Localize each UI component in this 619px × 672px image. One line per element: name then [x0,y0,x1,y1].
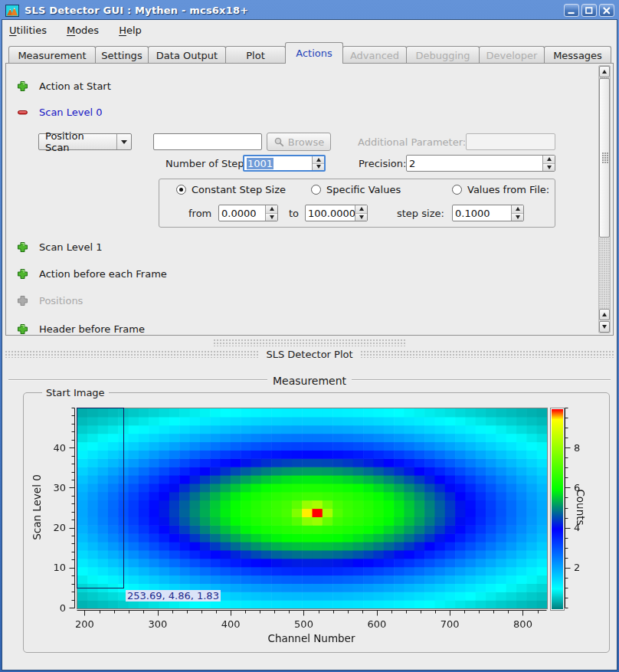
tab-data-output[interactable]: Data Output [148,46,226,64]
positions-label: Positions [39,295,83,306]
x-axis-title: Channel Number [77,632,546,644]
plot-dock-header: SLS Detector Plot [5,348,614,360]
step-size-value[interactable]: 0.1000 [453,205,511,221]
step-size-spinbox[interactable]: 0.1000 [452,205,524,221]
radio-constant-step-size[interactable]: Constant Step Size [176,184,286,195]
actions-pane: Action at Start Scan Level 0 Position Sc… [5,63,614,336]
menu-bar: Utilities Modes Help [2,20,617,40]
tab-messages[interactable]: Messages [544,46,611,64]
scan-level-0-label: Scan Level 0 [39,107,102,118]
magnifier-icon [273,136,284,147]
header-before-frame-label: Header before Frame [39,323,145,335]
from-label: from [188,208,211,219]
tab-measurement[interactable]: Measurement [8,46,96,64]
plot-figure: 253.69, 4.86, 1.83 Channel Number Scan L… [2,380,617,667]
action-at-start-label: Action at Start [39,80,111,92]
colorbar-canvas [550,408,565,611]
tab-actions[interactable]: Actions [285,42,343,64]
menu-utilities[interactable]: Utilities [9,25,47,36]
dock-texture-right [361,351,614,358]
radio-dot [452,185,462,195]
spin-buttons[interactable] [511,205,523,221]
splitter-handle[interactable] [214,339,405,346]
scan-level-1-label: Scan Level 1 [39,241,102,253]
spin-buttons[interactable] [355,205,367,221]
dock-texture-left [5,351,258,358]
radio-dot [176,185,186,195]
tab-debugging[interactable]: Debugging [406,46,480,64]
plus-icon[interactable] [17,80,28,92]
scroll-up-button-2[interactable] [599,309,610,320]
scan-level-1-item[interactable]: Scan Level 1 [17,241,102,253]
tab-plot[interactable]: Plot [225,46,286,64]
from-spinbox[interactable]: 0.0000 [218,205,278,221]
spin-buttons[interactable] [265,205,277,221]
positions-item[interactable]: Positions [17,295,83,306]
plus-icon[interactable] [17,241,28,253]
menu-modes[interactable]: Modes [67,25,99,36]
scan-level-0-item[interactable]: Scan Level 0 [17,107,102,118]
tab-developer[interactable]: Developer [479,46,545,64]
minimize-button[interactable] [564,4,579,17]
cursor-readout: 253.69, 4.86, 1.83 [126,590,221,602]
app-window: SLS Detector GUI : Mythen - mcs6x18+ Uti… [0,0,619,672]
scrollbar-thumb[interactable] [599,78,610,238]
step-size-label: step size: [397,208,444,219]
spin-buttons[interactable] [312,156,324,170]
radio-values-from-file[interactable]: Values from File: [452,184,549,195]
window-title: SLS Detector GUI : Mythen - mcs6x18+ [25,5,248,16]
number-of-steps-label: Number of Steps: [165,158,253,169]
y-axis-title: Scan Level 0 [31,461,43,553]
precision-label: Precision: [359,158,406,169]
scan-mode-select[interactable]: Position Scan [38,133,132,150]
radio-dot [311,185,321,195]
tab-advanced[interactable]: Advanced [342,46,407,64]
scroll-down-button[interactable] [599,321,610,333]
colorbar-title: Counts [575,461,587,553]
precision-value[interactable]: 2 [407,156,542,171]
action-before-frame-item[interactable]: Action before each Frame [17,268,167,280]
zoom-selection-rect[interactable] [77,408,124,588]
scan-script-input[interactable] [153,133,262,150]
precision-spinbox[interactable]: 2 [406,155,555,172]
browse-label: Browse [288,136,324,148]
chevron-down-icon[interactable] [116,134,131,149]
header-before-frame-item[interactable]: Header before Frame [17,323,145,335]
close-button[interactable] [599,4,614,17]
number-of-steps-value[interactable]: 1001 [247,158,273,169]
plus-icon[interactable] [17,323,28,335]
scan-mode-value: Position Scan [39,130,116,153]
tab-settings[interactable]: Settings [95,46,149,64]
to-label: to [289,208,299,219]
plot-dock-title: SLS Detector Plot [266,349,352,360]
heatmap-canvas[interactable] [77,408,548,609]
vertical-scrollbar[interactable] [598,65,611,333]
action-before-frame-label: Action before each Frame [39,268,167,280]
browse-button[interactable]: Browse [267,133,331,151]
spin-buttons[interactable] [542,156,555,171]
app-icon [5,5,19,17]
tab-bar: Measurement Settings Data Output Plot Ac… [8,42,611,64]
radio-constant-label: Constant Step Size [192,184,286,195]
additional-parameter-input[interactable] [466,133,555,150]
action-at-start-item[interactable]: Action at Start [17,80,111,92]
radio-file-label: Values from File: [467,184,549,195]
maximize-button[interactable] [581,4,597,17]
from-value[interactable]: 0.0000 [219,205,265,221]
window-content: Utilities Modes Help Measurement Setting… [2,20,617,670]
title-bar[interactable]: SLS Detector GUI : Mythen - mcs6x18+ [2,2,617,19]
scroll-up-button[interactable] [599,66,610,77]
radio-specific-values[interactable]: Specific Values [311,184,401,195]
plus-icon-disabled [17,295,28,306]
number-of-steps-spinbox[interactable]: 1001 [243,155,326,172]
to-spinbox[interactable]: 100.0000 [305,205,368,221]
minus-icon[interactable] [17,107,28,118]
radio-specific-label: Specific Values [326,184,401,195]
additional-parameter-label: Additional Parameter: [358,136,466,148]
menu-help[interactable]: Help [119,25,142,36]
to-value[interactable]: 100.0000 [306,205,355,221]
plus-icon[interactable] [17,268,28,280]
